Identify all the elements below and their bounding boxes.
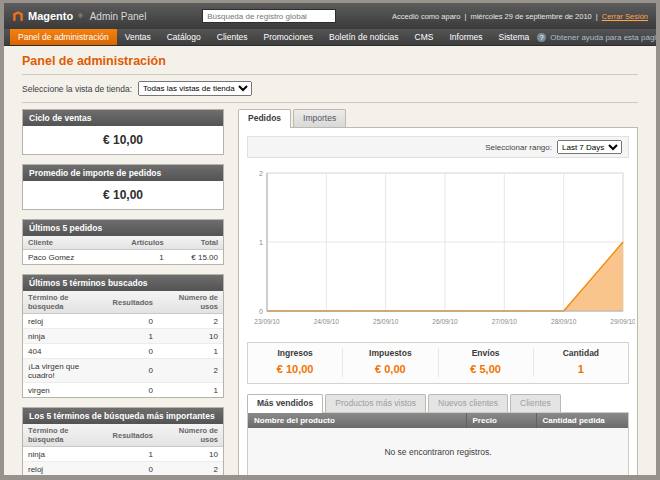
session-info: Accedió como aparo | miércoles 29 de sep…	[392, 12, 648, 21]
results-cell: 0	[108, 383, 158, 398]
total-value: € 5,00	[470, 363, 501, 375]
current-date: miércoles 29 de septiembre de 2010	[470, 12, 591, 21]
tab-importes[interactable]: Importes	[293, 109, 346, 127]
results-cell: 0	[108, 462, 158, 476]
logged-in-as: Accedió como aparo	[392, 12, 460, 21]
table-header-row: Cliente Artículos Total	[23, 236, 223, 250]
logout-link[interactable]: Cerrar Sesión	[602, 12, 648, 21]
column-header: Precio	[466, 413, 536, 428]
grid-header-row: Nombre del producto Precio Cantidad pedi…	[248, 413, 628, 428]
bestsellers-grid: Nombre del producto Precio Cantidad pedi…	[247, 412, 629, 475]
table-row: reloj 0 2	[23, 462, 223, 476]
lifetime-sales-value: € 10,00	[23, 126, 223, 154]
term-cell: 404	[23, 344, 108, 359]
nav-item-boletin[interactable]: Boletín de noticias	[321, 29, 406, 45]
registered-mark: ®	[78, 13, 82, 19]
card-title: Ciclo de ventas	[23, 110, 223, 126]
table-header-row: Término de búsqueda Resultados Número de…	[23, 424, 223, 447]
svg-text:0: 0	[259, 308, 263, 315]
nav-item-promociones[interactable]: Promociones	[255, 29, 321, 45]
table-row: ninja 1 10	[23, 447, 223, 462]
table-row: reloj 0 2	[23, 314, 223, 329]
help-label: Obtener ayuda para esta página	[550, 33, 656, 42]
main-nav: Panel de administración Ventas Catálogo …	[4, 29, 656, 46]
bestsellers-table: Nombre del producto Precio Cantidad pedi…	[248, 413, 628, 428]
nav-item-informes[interactable]: Informes	[441, 29, 490, 45]
nav-item-clientes[interactable]: Clientes	[209, 29, 256, 45]
total-ingresos: Ingresos € 10,00	[248, 348, 342, 377]
column-header: Nombre del producto	[248, 413, 466, 428]
nav-item-catalogo[interactable]: Catálogo	[159, 29, 209, 45]
totals-bar: Ingresos € 10,00 Impuestos € 0,00 Envíos…	[247, 342, 629, 384]
magento-logo: Magento® Admin Panel	[12, 10, 146, 22]
last-search-terms-table: Término de búsqueda Resultados Número de…	[23, 291, 223, 397]
tab-pedidos[interactable]: Pedidos	[238, 109, 291, 128]
page-title: Panel de administración	[22, 54, 638, 68]
nav-item-ventas[interactable]: Ventas	[117, 29, 159, 45]
term-cell: ¡La virgen que cuadro!	[23, 359, 108, 383]
term-cell: virgen	[23, 383, 108, 398]
column-header: Resultados	[108, 424, 158, 447]
svg-text:29/09/10: 29/09/10	[610, 318, 635, 325]
term-cell: reloj	[23, 462, 108, 476]
total-cantidad: Cantidad 1	[533, 348, 628, 377]
orders-chart-container: 01223/09/1024/09/1025/09/1026/09/1027/09…	[247, 163, 629, 335]
total-label: Cantidad	[534, 348, 628, 358]
store-view-label: Seleccione la vista de tienda:	[22, 84, 132, 94]
tab-mas-vendidos[interactable]: Más vendidos	[247, 394, 323, 413]
table-row: ¡La virgen que cuadro! 0 2	[23, 359, 223, 383]
top-search-terms-table: Término de búsqueda Resultados Número de…	[23, 424, 223, 475]
svg-text:23/09/10: 23/09/10	[254, 318, 280, 325]
nav-item-cms[interactable]: CMS	[407, 29, 442, 45]
tab-productos-mas-vistos[interactable]: Productos más vistos	[325, 394, 426, 412]
help-link[interactable]: ? Obtener ayuda para esta página	[537, 29, 656, 45]
svg-text:25/09/10: 25/09/10	[373, 318, 399, 325]
dashboard-columns: Ciclo de ventas € 10,00 Promedio de impo…	[22, 109, 638, 475]
average-orders-value: € 10,00	[23, 181, 223, 209]
column-header: Número de usos	[158, 291, 223, 314]
average-orders-card: Promedio de importe de pedidos € 10,00	[22, 164, 224, 210]
column-header: Artículos	[106, 236, 169, 250]
column-header: Término de búsqueda	[23, 424, 108, 447]
range-bar: Seleccionar rango: Last 7 Days	[247, 136, 629, 158]
column-header: Término de búsqueda	[23, 291, 108, 314]
column-header: Cliente	[23, 236, 106, 250]
orders-chart: 01223/09/1024/09/1025/09/1026/09/1027/09…	[247, 163, 635, 331]
divider	[22, 102, 638, 103]
range-select[interactable]: Last 7 Days	[557, 140, 622, 154]
nav-item-panel[interactable]: Panel de administración	[10, 29, 117, 45]
range-label: Seleccionar rango:	[485, 143, 552, 152]
grid-tabs: Más vendidos Productos más vistos Nuevos…	[247, 394, 629, 412]
last-search-terms-card: Últimos 5 términos buscados Término de b…	[22, 274, 224, 398]
top-search-terms-card: Los 5 términos de búsqueda más important…	[22, 407, 224, 475]
total-value: 1	[578, 363, 584, 375]
results-cell: 0	[108, 314, 158, 329]
global-search-input[interactable]	[202, 9, 336, 23]
term-cell: ninja	[23, 329, 108, 344]
column-header: Resultados	[108, 291, 158, 314]
table-row: ninja 1 10	[23, 329, 223, 344]
tab-clientes[interactable]: Clientes	[510, 394, 561, 412]
dashboard-content: Panel de administración Seleccione la vi…	[4, 46, 656, 475]
svg-text:2: 2	[259, 170, 263, 177]
dashboard-right-column: Pedidos Importes Seleccionar rango: Last…	[238, 109, 638, 475]
items-cell: 1	[106, 250, 169, 265]
tab-nuevos-clientes[interactable]: Nuevos clientes	[428, 394, 508, 412]
store-view-switcher: Seleccione la vista de tienda: Todas las…	[22, 81, 638, 96]
total-label: Ingresos	[248, 348, 342, 358]
card-title: Promedio de importe de pedidos	[23, 165, 223, 181]
table-row: virgen 0 1	[23, 383, 223, 398]
total-label: Envíos	[439, 348, 533, 358]
svg-text:24/09/10: 24/09/10	[314, 318, 340, 325]
store-view-select[interactable]: Todas las vistas de tienda	[138, 81, 252, 96]
uses-cell: 2	[158, 314, 223, 329]
svg-text:26/09/10: 26/09/10	[432, 318, 458, 325]
uses-cell: 1	[158, 383, 223, 398]
table-row: 404 0 1	[23, 344, 223, 359]
card-title: Últimos 5 términos buscados	[23, 275, 223, 291]
total-label: Impuestos	[343, 348, 437, 358]
nav-item-sistema[interactable]: Sistema	[491, 29, 538, 45]
logo-text-light: Admin Panel	[90, 11, 147, 22]
results-cell: 0	[108, 359, 158, 383]
total-value: € 0,00	[375, 363, 406, 375]
